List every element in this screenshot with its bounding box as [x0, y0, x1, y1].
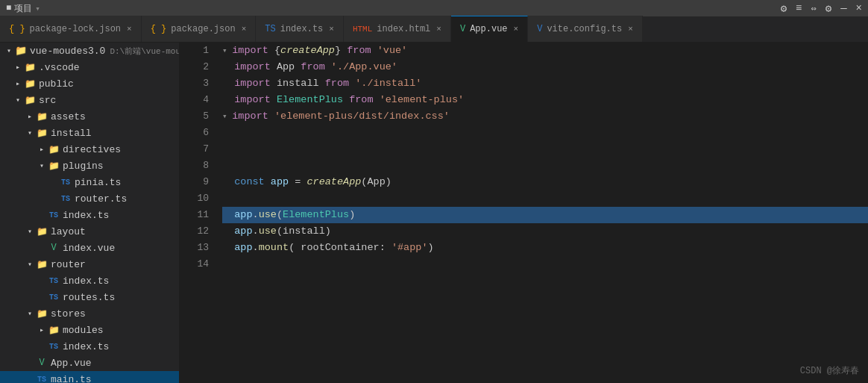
root-arrow: ▾ [3, 46, 15, 55]
sidebar-root-label: vue-moudes3.0 [30, 46, 105, 57]
token-kw-import: import [234, 59, 277, 75]
icon-layout-index-vue: V [48, 243, 60, 253]
tab-package-icon: { } [151, 24, 167, 34]
line-number-7: 7 [179, 141, 209, 158]
title-menu-icon[interactable]: ≡ [796, 2, 802, 14]
sidebar-item-assets[interactable]: ▸📁assets [0, 108, 179, 125]
token-plain: install [277, 75, 325, 92]
title-minimize-icon[interactable]: — [840, 2, 846, 14]
label-stores-index-ts: index.ts [63, 341, 109, 352]
icon-install: 📁 [36, 128, 48, 139]
sidebar-item-stores-index-ts[interactable]: TSindex.ts [0, 338, 179, 355]
sidebar-item-install[interactable]: ▾📁install [0, 125, 179, 141]
token-fn: use [259, 223, 277, 240]
title-swap-icon[interactable]: ⇔ [811, 3, 817, 14]
sidebar-item-index-ts[interactable]: TSindex.ts [0, 207, 179, 223]
code-line-7 [222, 141, 868, 158]
tab-index-ts-close[interactable]: × [329, 25, 334, 34]
tab-vite-config[interactable]: V vite.config.ts × [528, 16, 643, 42]
label-vscode: .vscode [39, 62, 80, 73]
token-fn: use [259, 207, 277, 223]
icon-router-ts: TS [60, 195, 72, 203]
line-number-5: 5 [179, 108, 209, 125]
project-label[interactable]: 项目 [14, 2, 32, 15]
arrow-src: ▾ [12, 96, 24, 105]
code-line-11: app.use(ElementPlus) [222, 207, 868, 223]
sidebar-item-router-index-ts[interactable]: TSindex.ts [0, 273, 179, 289]
sidebar-item-routes-ts[interactable]: TSroutes.ts [0, 289, 179, 305]
icon-pinia-ts: TS [60, 178, 72, 187]
token-kw-import: from [347, 43, 377, 59]
tab-vite-config-icon: V [537, 24, 542, 34]
title-bar-left: ■ 项目 ▾ [6, 2, 40, 15]
token-plain: . [253, 240, 259, 256]
sidebar-item-plugins[interactable]: ▾📁plugins [0, 158, 179, 174]
tab-vite-config-label: vite.config.ts [547, 24, 622, 34]
token-punctuation: ) [349, 207, 355, 223]
code-line-4: import ElementPlus from 'element-plus' [222, 92, 868, 108]
label-routes-ts: routes.ts [63, 292, 115, 303]
sidebar-item-stores[interactable]: ▾📁stores [0, 305, 179, 322]
code-content[interactable]: ▾ import {createApp} from 'vue' import A… [216, 43, 868, 383]
tab-vite-config-close[interactable]: × [628, 25, 633, 34]
code-line-10 [222, 190, 868, 207]
sidebar-item-layout-index-vue[interactable]: Vindex.vue [0, 240, 179, 256]
icon-assets: 📁 [36, 111, 48, 122]
sidebar-item-src[interactable]: ▾📁src [0, 92, 179, 108]
line-number-2: 2 [179, 59, 209, 75]
arrow-router: ▾ [24, 260, 36, 269]
token-plain: ( rootContainer: [289, 240, 391, 256]
tab-bar: { } package-lock.json × { } package.json… [0, 16, 868, 43]
tab-index-ts-label: index.ts [280, 24, 324, 34]
sidebar-item-main-ts[interactable]: TSmain.ts [0, 371, 179, 383]
editor[interactable]: 1234567891011121314 ▾ import {createApp}… [179, 43, 868, 383]
tab-app-vue-label: App.vue [470, 24, 507, 34]
tab-package-lock-close[interactable]: × [127, 25, 132, 34]
tab-index-html[interactable]: HTML index.html × [344, 16, 451, 42]
token-kw-import: from [349, 92, 380, 108]
arrow-stores: ▾ [24, 309, 36, 318]
token-fn-italic: createApp [306, 174, 361, 190]
token-plain: ) [427, 240, 433, 256]
tab-app-vue[interactable]: V App.vue × [451, 16, 528, 42]
tab-package-lock[interactable]: { } package-lock.json × [0, 16, 142, 42]
token-kw-import: import [232, 108, 274, 125]
title-close-icon[interactable]: × [856, 2, 862, 14]
title-settings-icon[interactable]: ⚙ [781, 2, 787, 15]
tab-package[interactable]: { } package.json × [142, 16, 257, 42]
token-str: 'element-plus' [380, 92, 464, 108]
sidebar-item-router-ts[interactable]: TSrouter.ts [0, 190, 179, 207]
sidebar-item-router[interactable]: ▾📁router [0, 256, 179, 273]
tab-package-close[interactable]: × [242, 25, 247, 34]
icon-plugins: 📁 [48, 161, 60, 172]
code-line-8 [222, 158, 868, 174]
tab-index-html-close[interactable]: × [436, 25, 441, 34]
sidebar-item-vscode[interactable]: ▸📁.vscode [0, 59, 179, 75]
line-number-1: 1 [179, 43, 209, 59]
sidebar-root-path: D:\前端\vue-moudes3.0 [110, 46, 179, 57]
label-layout-index-vue: index.vue [63, 243, 115, 254]
token-kw-import: from [325, 75, 356, 92]
sidebar-item-modules[interactable]: ▸📁modules [0, 322, 179, 338]
icon-directives: 📁 [48, 144, 60, 155]
code-line-3: import install from './install' [222, 75, 868, 92]
token-plain [222, 174, 234, 190]
icon-routes-ts: TS [48, 293, 60, 302]
title-gear-icon[interactable]: ⚙ [825, 2, 831, 15]
sidebar-root[interactable]: ▾ 📁 vue-moudes3.0 D:\前端\vue-moudes3.0 [0, 43, 179, 59]
token-fn-italic: createApp [280, 43, 335, 59]
token-plain [222, 223, 234, 240]
sidebar-item-public[interactable]: ▸📁public [0, 75, 179, 92]
sidebar-item-layout[interactable]: ▾📁layout [0, 223, 179, 240]
line-number-13: 13 [179, 240, 209, 256]
line-number-9: 9 [179, 174, 209, 190]
sidebar-item-pinia-ts[interactable]: TSpinia.ts [0, 174, 179, 190]
code-line-12: app.use(install) [222, 223, 868, 240]
token-plain [222, 240, 234, 256]
sidebar-item-app-vue[interactable]: VApp.vue [0, 355, 179, 371]
token-var: app [234, 240, 252, 256]
token-fn: mount [259, 240, 289, 256]
sidebar-item-directives[interactable]: ▸📁directives [0, 141, 179, 158]
tab-index-ts[interactable]: TS index.ts × [256, 16, 344, 42]
tab-app-vue-close[interactable]: × [514, 25, 519, 34]
